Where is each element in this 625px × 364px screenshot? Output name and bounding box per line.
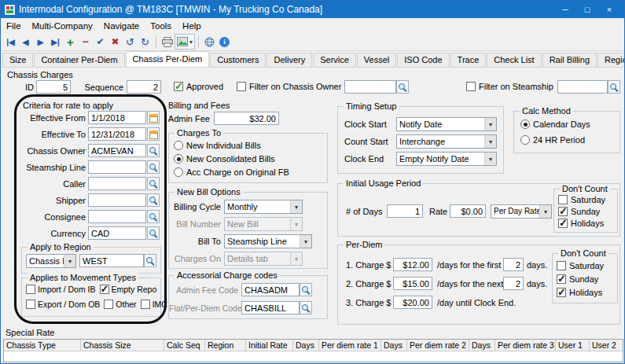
column-header[interactable]: Chassis Size — [81, 340, 164, 351]
info-button[interactable]: i — [217, 34, 232, 50]
menu-tools[interactable]: Tools — [145, 21, 177, 31]
tab-service[interactable]: Service — [313, 53, 356, 68]
column-header[interactable]: Per diem rate 1 — [319, 340, 381, 351]
region-input[interactable] — [79, 254, 144, 267]
caller-input[interactable] — [88, 177, 146, 190]
iu-holidays-checkbox[interactable]: Holidays — [558, 219, 604, 228]
column-header[interactable]: Initial Rate — [246, 340, 293, 351]
num-days-input[interactable] — [387, 204, 423, 218]
imc-checkbox[interactable]: IMC — [141, 300, 167, 309]
charge1-days-input[interactable] — [503, 258, 524, 271]
steamship-line-lookup-button[interactable] — [147, 160, 160, 174]
table-row[interactable] — [4, 351, 623, 362]
bill-to-select[interactable]: Steamship Line — [224, 234, 312, 248]
count-start-select[interactable]: Interchange — [396, 134, 497, 149]
chassis-owner-lookup-button[interactable] — [147, 144, 160, 157]
pd-saturday-checkbox[interactable]: Saturday — [557, 261, 604, 270]
currency-input[interactable] — [88, 226, 146, 240]
steamship-line-input[interactable] — [88, 160, 146, 174]
last-record-button[interactable]: ▶| — [48, 34, 63, 50]
column-header[interactable]: Per diem rate 2 — [407, 340, 469, 351]
bill-number-select[interactable]: New Bill — [224, 217, 303, 231]
image-dropdown-button[interactable] — [175, 34, 195, 50]
clock-end-select[interactable]: Empty Notify Date — [396, 152, 497, 166]
filter-steamship-input[interactable] — [557, 80, 608, 94]
iu-sunday-checkbox[interactable]: Sunday — [558, 207, 600, 216]
filter-steamship-checkbox[interactable]: Filter on Steamship — [466, 82, 553, 91]
tab-delivery[interactable]: Delivery — [267, 53, 312, 68]
rate-type-select[interactable]: Per Day Rate — [491, 204, 552, 219]
filter-steamship-lookup-button[interactable] — [608, 80, 620, 94]
region-mode-select[interactable]: Chassis Pick — [26, 254, 76, 268]
consignee-input[interactable] — [88, 210, 146, 223]
refresh-all-icon[interactable]: ↻ — [138, 34, 153, 50]
column-header[interactable]: Chassis Type — [4, 340, 81, 351]
column-header[interactable]: Calc Seq — [164, 340, 205, 351]
tab-trace[interactable]: Trace — [450, 53, 487, 68]
effective-from-calendar-button[interactable] — [147, 111, 160, 124]
caller-lookup-button[interactable] — [147, 177, 160, 190]
cancel-button[interactable]: ✖ — [108, 34, 123, 50]
prev-record-button[interactable]: ◀ — [18, 34, 33, 50]
sequence-input[interactable] — [127, 80, 161, 94]
add-record-button[interactable]: + — [63, 34, 78, 50]
filter-chassis-owner-lookup-button[interactable] — [396, 80, 409, 94]
next-record-button[interactable]: ▶ — [33, 34, 48, 50]
shipper-lookup-button[interactable] — [147, 193, 160, 207]
first-record-button[interactable]: |◀ — [3, 34, 18, 50]
tab-region[interactable]: Region — [597, 53, 625, 68]
print-button[interactable] — [160, 34, 175, 50]
tab-customers[interactable]: Customers — [210, 53, 266, 68]
tab-chassis-per-diem[interactable]: Chassis Per-Diem — [126, 51, 210, 68]
column-header[interactable]: Region — [205, 340, 246, 351]
flat-per-diem-code-input[interactable] — [241, 301, 300, 314]
24-hr-period-radio[interactable]: 24 HR Period — [520, 135, 585, 145]
pd-sunday-checkbox[interactable]: Sunday — [557, 274, 598, 284]
tab-check-list[interactable]: Check List — [487, 53, 541, 68]
effective-from-input[interactable] — [88, 111, 146, 124]
tab-container-per-diem[interactable]: Container Per-Diem — [34, 53, 124, 68]
effective-to-calendar-button[interactable] — [147, 127, 160, 141]
maximize-button[interactable]: □ — [576, 1, 598, 18]
effective-to-input[interactable] — [88, 127, 146, 141]
billing-cycle-select[interactable]: Monthly — [224, 200, 303, 214]
iu-saturday-checkbox[interactable]: Saturday — [558, 195, 605, 204]
menu-navigate[interactable]: Navigate — [98, 21, 145, 31]
web-button[interactable] — [202, 34, 217, 50]
refresh-icon[interactable]: ↺ — [123, 34, 138, 50]
close-button[interactable]: × — [598, 1, 620, 18]
column-header[interactable]: Days — [469, 340, 495, 351]
column-header[interactable]: User 1 — [556, 340, 590, 351]
delete-record-button[interactable]: − — [78, 34, 93, 50]
chassis-owner-input[interactable] — [88, 144, 146, 157]
filter-chassis-owner-input[interactable] — [344, 80, 396, 94]
calendar-days-radio[interactable]: Calendar Days — [520, 119, 590, 129]
approved-checkbox[interactable]: Approved — [174, 82, 223, 91]
menu-multi-company[interactable]: Multi-Company — [27, 21, 98, 31]
shipper-input[interactable] — [88, 193, 146, 207]
new-consolidated-bills-radio[interactable]: New Consolidated Bills — [174, 154, 275, 164]
charges-on-select[interactable]: Details tab — [224, 252, 303, 266]
filter-chassis-owner-checkbox[interactable]: Filter on Chassis Owner — [237, 82, 341, 91]
rate-input[interactable] — [450, 204, 486, 218]
new-individual-bills-radio[interactable]: New Individual Bills — [174, 141, 261, 150]
clock-start-select[interactable]: Notify Date — [396, 117, 497, 131]
menu-file[interactable]: File — [1, 21, 27, 31]
consignee-lookup-button[interactable] — [147, 210, 160, 223]
column-header[interactable]: Per diem rate 3 — [495, 340, 556, 351]
minimize-button[interactable]: ─ — [554, 1, 576, 18]
charge1-amount-input[interactable] — [393, 258, 432, 271]
pd-holidays-checkbox[interactable]: Holidays — [557, 288, 602, 297]
tab-size[interactable]: Size — [2, 53, 33, 68]
tab-rail-billing[interactable]: Rail Billing — [542, 53, 597, 68]
export-dom-ob-checkbox[interactable]: Export / Dom OB — [26, 300, 100, 309]
save-button[interactable]: ✔ — [93, 34, 108, 50]
admin-fee-input[interactable] — [214, 112, 279, 125]
tab-iso-code[interactable]: ISO Code — [397, 53, 449, 68]
charge3-amount-input[interactable] — [393, 296, 432, 309]
flat-per-diem-code-lookup-button[interactable] — [300, 301, 312, 314]
import-dom-ib-checkbox[interactable]: Import / Dom IB — [26, 285, 96, 294]
other-checkbox[interactable]: Other — [104, 300, 136, 309]
menu-help[interactable]: Help — [177, 21, 207, 31]
admin-fee-code-lookup-button[interactable] — [300, 283, 312, 296]
